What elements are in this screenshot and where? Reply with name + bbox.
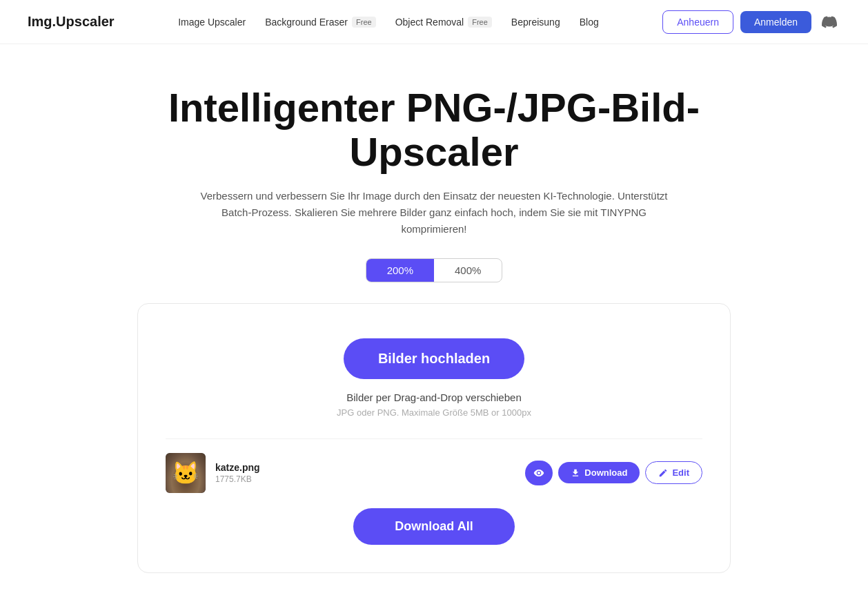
cat-image — [166, 453, 206, 493]
badge-free-bg: Free — [352, 17, 376, 28]
navbar: Img.Upscaler Image Upscaler Background E… — [0, 0, 868, 44]
file-row: katze.png 1775.7KB Download — [166, 438, 702, 493]
nav-object-removal[interactable]: Object Removal Free — [395, 17, 492, 28]
file-info: katze.png 1775.7KB — [215, 462, 525, 484]
nav-image-upscaler[interactable]: Image Upscaler — [178, 17, 246, 28]
anheuern-button[interactable]: Anheuern — [662, 10, 733, 34]
download-button[interactable]: Download — [558, 462, 640, 483]
nav-background-eraser[interactable]: Background Eraser Free — [265, 17, 375, 28]
scale-400-button[interactable]: 400% — [434, 259, 502, 282]
file-actions: Download Edit — [525, 461, 702, 485]
scale-toggle: 200% 400% — [366, 258, 503, 282]
hero-section: Intelligenter PNG-/JPG-Bild-Upscaler Ver… — [124, 44, 744, 589]
upload-button[interactable]: Bilder hochladen — [344, 338, 524, 379]
anmelden-button[interactable]: Anmelden — [740, 11, 811, 33]
scale-200-button[interactable]: 200% — [366, 259, 434, 282]
drag-drop-text: Bilder per Drag-and-Drop verschieben — [166, 392, 702, 403]
upload-hint-text: JPG oder PNG. Maximale Größe 5MB or 1000… — [166, 407, 702, 418]
nav-links: Image Upscaler Background Eraser Free Ob… — [178, 17, 599, 28]
nav-bepreisung[interactable]: Bepreisung — [511, 17, 560, 28]
file-thumbnail — [166, 453, 206, 493]
eye-button[interactable] — [525, 461, 553, 485]
edit-label: Edit — [672, 467, 689, 478]
download-all-section: Download All — [166, 508, 702, 545]
download-label: Download — [584, 467, 627, 478]
edit-button[interactable]: Edit — [645, 461, 702, 484]
nav-actions: Anheuern Anmelden — [662, 10, 840, 34]
hero-title: Intelligenter PNG-/JPG-Bild-Upscaler — [137, 86, 731, 174]
hero-subtitle: Verbessern und verbessern Sie Ihr Image … — [199, 188, 669, 238]
download-all-button[interactable]: Download All — [353, 508, 514, 545]
discord-icon[interactable] — [818, 11, 840, 33]
logo[interactable]: Img.Upscaler — [28, 14, 115, 30]
nav-blog[interactable]: Blog — [580, 17, 599, 28]
badge-free-obj: Free — [468, 17, 492, 28]
upload-area: Bilder hochladen Bilder per Drag-and-Dro… — [137, 303, 731, 573]
file-size: 1775.7KB — [215, 474, 525, 484]
file-name: katze.png — [215, 462, 525, 473]
